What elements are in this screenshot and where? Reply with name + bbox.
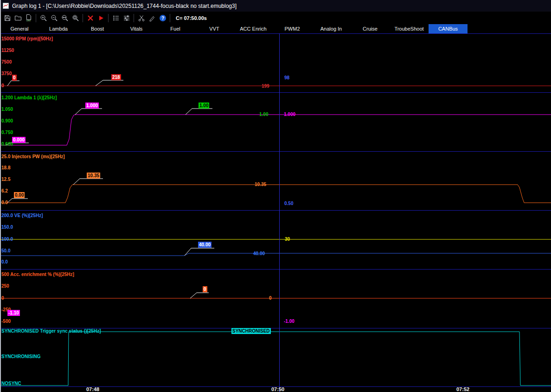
acc-cursor-value-right: -1.00 [284,319,295,324]
zoom-horizontal-icon [61,14,69,22]
markers-list-button[interactable] [110,13,121,24]
lambda-start-badge: 0.000 [12,137,26,143]
injpw-cursor-value-left: 10.35 [255,182,266,187]
lambda-marker-badge: 1.000 [85,103,99,109]
channel-settings-button[interactable] [121,13,132,24]
sync-status-trace [0,332,551,386]
ve-cursor-value-right: 30 [285,237,290,242]
clear-button[interactable] [85,13,96,24]
toolbar-separator [108,14,109,22]
panel5-tick-n250: -250 [1,307,11,313]
tab-acc-enrich[interactable]: ACC Enrich [234,24,273,33]
help-button[interactable]: ? [157,13,168,24]
toolbar-separator [36,14,36,22]
acc-cursor-value-left: 0 [269,296,272,301]
panel2-label: 1.200 Lambda 1 (λ)[25Hz] [1,95,57,101]
panel1-tick-0: 0 [1,83,4,89]
time-label-0748: 07:48 [86,386,99,392]
panel-separator [0,269,551,270]
measure-button[interactable] [147,13,157,24]
callout-leader-lambda-start [6,143,29,145]
pen-icon [148,14,156,22]
zoom-out-icon [51,14,58,22]
zoom-in-icon [40,14,47,22]
title-bar: Graph log 1 - [C:\Users\Robbie\Downloads… [0,0,551,12]
panel3-tick-62: 6.2 [1,188,8,194]
zoom-horizontal-button[interactable] [59,13,70,24]
chart-overlay-layer: 15000 RPM (rpm)[50Hz]1125075003750002181… [0,0,551,392]
save-button[interactable] [2,13,13,24]
zoom-in-button[interactable] [38,13,49,24]
panel3-tick-188: 18.8 [1,165,10,171]
tab-fuel[interactable]: Fuel [156,24,195,33]
callout-leader-inj-start [7,199,28,203]
sync-cursor-badge: SYNCHRONISED [231,328,271,334]
injpw-marker-badge: 10.35 [87,173,100,179]
sliders-icon [123,14,130,22]
toolbar-separator [134,14,134,22]
lambda-cursor-value-right: 1.000 [284,112,295,117]
panel2-tick-1050: 1.050 [1,107,13,112]
tab-vvt[interactable]: VVT [195,24,234,33]
ve-trace [0,253,551,256]
ve-cursor-value-left: 40.00 [253,251,265,257]
panel-separator [0,210,551,211]
tab-analog-in[interactable]: Analog In [312,24,351,33]
tab-canbus[interactable]: CANBus [429,24,468,33]
panel1-tick-7500: 7500 [1,59,12,65]
rpm-cursor-value-left: 199 [262,84,269,89]
time-label-0750: 07:50 [271,386,284,392]
callout-leader-lambda-1000 [75,109,102,115]
panel2-tick-0900: 0.900 [1,118,13,124]
play-button[interactable] [96,13,106,24]
panel3-label: 25.0 Injectors PW (ms)[25Hz] [1,154,65,160]
panel5-tick-250: 250 [1,283,9,289]
tab-boost[interactable]: Boost [78,24,117,33]
panel2-tick-0750: 0.750 [1,130,13,135]
export-csv-button[interactable]: csv [23,13,34,24]
cursor-line[interactable] [279,33,280,392]
rpm-cursor-value-right: 98 [284,75,289,81]
window-left-border [0,0,1,392]
tab-vitals[interactable]: Vitals [117,24,156,33]
zoom-reset-button[interactable] [70,13,81,24]
tab-bar: General Lambda Boost Vitals Fuel VVT ACC… [0,24,551,33]
tab-cruise[interactable]: Cruise [351,24,390,33]
svg-text:csv: csv [26,19,31,22]
rpm-start-badge: 0 [12,75,17,81]
injectors-pw-trace [0,185,551,203]
panel6-label: SYNCHRONISED Trigger sync status ()[25Hz… [1,328,101,334]
tab-troubeshoot[interactable]: TroubeShoot [390,24,429,33]
tab-general[interactable]: General [0,24,39,33]
help-icon: ? [159,14,167,22]
panel5-tick-n500: -500 [1,319,11,324]
tab-pwm2[interactable]: PWM2 [273,24,312,33]
lambda-cursor-value-left: 1.00 [259,112,268,117]
toolbar: csv [0,12,551,24]
callout-leader-inj-1035 [73,179,103,185]
tab-lambda[interactable]: Lambda [39,24,78,33]
scissors-icon [138,14,145,22]
rpm-marker-badge: 218 [111,74,121,80]
panel1-label: 15000 RPM (rpm)[50Hz] [1,36,53,42]
zoom-out-button[interactable] [49,13,59,24]
time-label-0752: 07:52 [456,386,469,392]
open-log-button[interactable] [13,13,23,24]
ve-marker-badge: 40.00 [198,242,211,248]
callout-leader-rpm-218 [96,80,123,86]
window-title: Graph log 1 - [C:\Users\Robbie\Downloads… [12,3,237,9]
save-icon [4,14,11,22]
app-icon [2,2,9,9]
panel5-tick-0: 0 [1,296,4,301]
zoom-reset-icon [72,14,79,22]
callout-leader-lambda-100 [186,109,212,115]
panel-separator [0,33,551,34]
panel4-tick-1500: 150.0 [1,225,13,230]
panel6-tick-nosync: NOSYNC [1,381,21,386]
panel2-tick-0600: 0.600 [1,141,13,147]
markers-list-icon [112,14,120,22]
callout-leader-rpm-start [7,81,19,86]
acc-start-badge: -1.10 [7,310,20,316]
cut-button[interactable] [136,13,147,24]
export-csv-icon: csv [25,14,33,22]
